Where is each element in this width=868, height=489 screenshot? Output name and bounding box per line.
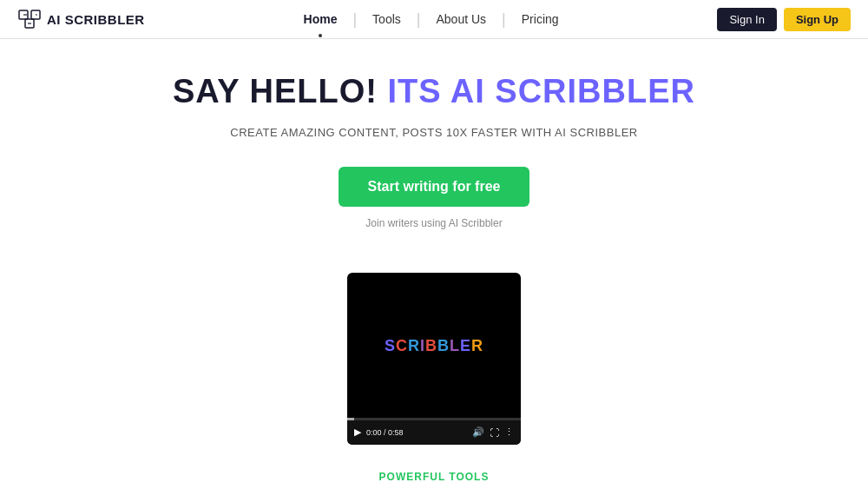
video-fullscreen-button[interactable]: ⛶	[490, 427, 499, 438]
nav-actions: Sign In Sign Up	[717, 8, 851, 31]
bottom-section: POWERFUL TOOLS Turn On, Tune In, Drop Ou…	[0, 445, 868, 489]
video-play-button[interactable]: ▶	[354, 426, 361, 438]
brand-name: AI SCRIBBLER	[47, 12, 145, 27]
hero-title: SAY HELLO! ITS AI SCRIBBLER	[17, 74, 851, 110]
video-time: 0:00 / 0:58	[366, 428, 467, 437]
video-player[interactable]: S C R I B B L E R ▶ 0:00 / 0:58 🔊 ⛶ ⋮	[347, 273, 521, 445]
video-volume-button[interactable]: 🔊	[472, 426, 484, 438]
start-writing-button[interactable]: Start writing for free	[339, 167, 530, 207]
nav-item-pricing[interactable]: Pricing	[506, 12, 575, 26]
hero-section: SAY HELLO! ITS AI SCRIBBLER CREATE AMAZI…	[0, 39, 868, 264]
hero-note: Join writers using AI Scribbler	[17, 217, 851, 229]
video-display: S C R I B B L E R	[347, 273, 521, 420]
nav-item-tools[interactable]: Tools	[357, 12, 417, 26]
signup-button[interactable]: Sign Up	[784, 8, 851, 31]
video-section: S C R I B B L E R ▶ 0:00 / 0:58 🔊 ⛶ ⋮	[0, 273, 868, 445]
navbar: AI SCRIBBLER Home | Tools | About Us | P…	[0, 0, 868, 39]
nav-item-home[interactable]: Home	[288, 12, 353, 26]
video-more-button[interactable]: ⋮	[504, 426, 514, 438]
hero-title-part2: ITS AI SCRIBBLER	[388, 73, 696, 109]
signin-button[interactable]: Sign In	[717, 8, 776, 31]
hero-title-part1: SAY HELLO!	[173, 73, 378, 109]
nav-menu: Home | Tools | About Us | Pricing	[288, 10, 575, 29]
hero-subtitle: CREATE AMAZING CONTENT, POSTS 10X FASTER…	[17, 124, 851, 142]
powerful-tools-tag: POWERFUL TOOLS	[17, 471, 851, 483]
logo-icon	[17, 7, 42, 31]
logo[interactable]: AI SCRIBBLER	[17, 7, 145, 31]
nav-item-about[interactable]: About Us	[420, 12, 502, 26]
video-controls-bar: ▶ 0:00 / 0:58 🔊 ⛶ ⋮	[347, 420, 521, 445]
video-logo: S C R I B B L E R	[385, 337, 483, 355]
